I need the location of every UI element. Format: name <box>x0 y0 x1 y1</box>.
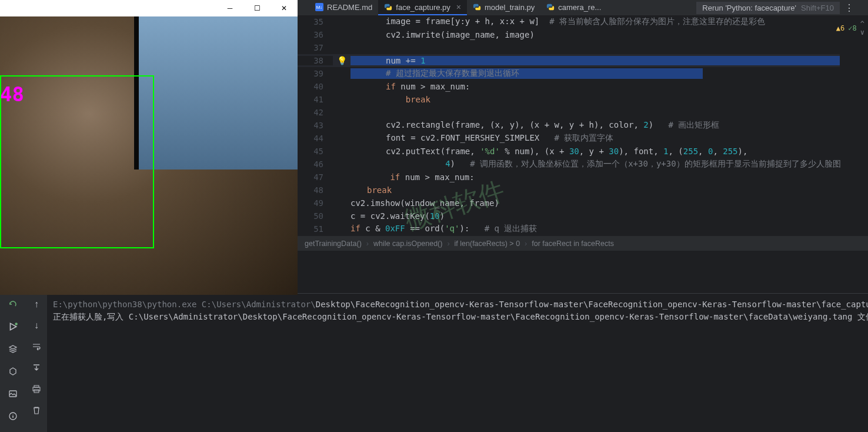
hexagon-icon[interactable] <box>6 364 20 378</box>
line-number: 45 <box>298 147 333 156</box>
line-number: 37 <box>298 43 333 52</box>
more-icon[interactable]: ⋮ <box>844 3 854 12</box>
capture-window: ─ ☐ ✕ 48 <box>0 0 298 295</box>
print-icon[interactable] <box>29 382 44 396</box>
terminal-output[interactable]: E:\python\python38\python.exe C:\Users\A… <box>47 296 868 432</box>
tab-camera-re[interactable]: camera_re... <box>540 0 607 15</box>
down-arrow-icon[interactable]: ↓ <box>29 318 44 333</box>
line-number: 42 <box>298 108 333 117</box>
python-icon <box>473 3 481 11</box>
line-number: 41 <box>298 95 333 104</box>
line-number: 43 <box>298 121 333 130</box>
line-number: 36 <box>298 30 333 39</box>
line-number: 35 <box>298 17 333 26</box>
code-editor[interactable]: 35image = frame[y:y + h, x:x + w] # 将当前帧… <box>298 15 868 235</box>
lightbulb-icon[interactable]: 💡 <box>337 56 347 65</box>
tab-readme[interactable]: M↓ README.md <box>309 0 378 15</box>
soft-wrap-icon[interactable] <box>29 340 44 354</box>
breadcrumbs: getTrainingData()› while cap.isOpened()›… <box>298 235 868 251</box>
maximize-button[interactable]: ☐ <box>243 0 271 16</box>
up-arrow-icon[interactable]: ↑ <box>29 297 44 311</box>
crumb[interactable]: while cap.isOpened() <box>373 240 442 248</box>
crumb[interactable]: if len(faceRects) > 0 <box>455 240 520 248</box>
tab-label: model_train.py <box>485 3 535 12</box>
info-icon[interactable] <box>6 409 20 423</box>
line-number: 40 <box>298 82 333 91</box>
rerun-label: Rerun 'Python: facecapture' <box>702 4 796 12</box>
close-icon[interactable]: × <box>456 2 461 12</box>
close-button[interactable]: ✕ <box>271 0 298 16</box>
run-tool-window: ↑ ↓ E:\python\python38\python.exe C:\Use… <box>0 293 868 432</box>
rerun-button[interactable] <box>6 297 20 311</box>
capture-counter: 48 <box>0 82 24 106</box>
run-button[interactable] <box>6 320 20 334</box>
trash-icon[interactable] <box>29 403 44 417</box>
notifications-icon[interactable] <box>859 3 868 12</box>
line-number: 49 <box>298 198 333 208</box>
tab-label: README.md <box>327 3 372 12</box>
rerun-tooltip[interactable]: Rerun 'Python: facecapture' Shift+F10 <box>696 2 840 14</box>
line-number: 47 <box>298 172 333 182</box>
svg-text:M↓: M↓ <box>316 5 322 10</box>
line-number: 38 <box>298 56 333 65</box>
markdown-icon: M↓ <box>315 3 323 11</box>
camera-feed: 48 <box>0 16 298 295</box>
line-number: 51 <box>298 224 333 234</box>
layers-icon[interactable] <box>6 342 20 356</box>
tab-label: face_capture.py <box>396 3 450 12</box>
line-number: 46 <box>298 159 333 169</box>
python-icon <box>384 3 392 11</box>
scroll-to-end-icon[interactable] <box>29 361 44 375</box>
line-number: 39 <box>298 69 333 78</box>
inspection-indicators[interactable]: ▲6 ✓8 ^ ∨ <box>836 20 864 36</box>
line-number: 48 <box>298 185 333 195</box>
editor-tabs-bar: M↓ README.md face_capture.py × model_tra… <box>298 0 868 15</box>
tab-label: camera_re... <box>558 3 601 12</box>
line-number: 50 <box>298 211 333 221</box>
svg-point-2 <box>15 323 18 325</box>
tab-face-capture[interactable]: face_capture.py × <box>378 0 467 15</box>
crumb[interactable]: getTrainingData() <box>305 240 362 248</box>
image-icon[interactable] <box>6 387 20 401</box>
titlebar[interactable]: ─ ☐ ✕ <box>0 0 298 16</box>
tab-model-train[interactable]: model_train.py <box>467 0 540 15</box>
minimize-button[interactable]: ─ <box>216 0 243 16</box>
python-icon <box>546 3 555 11</box>
crumb[interactable]: for faceRect in faceRects <box>532 240 614 248</box>
rerun-shortcut: Shift+F10 <box>801 4 834 12</box>
line-number: 44 <box>298 134 333 143</box>
